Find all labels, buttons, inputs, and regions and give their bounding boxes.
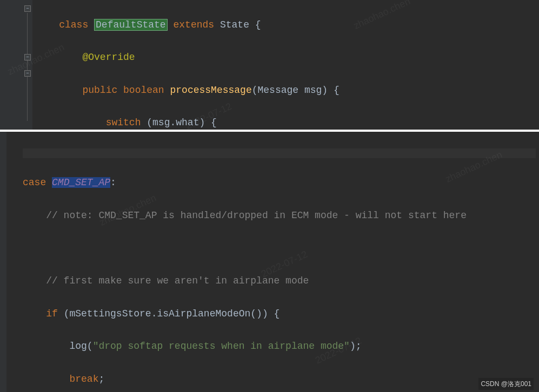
class-name-selected[interactable]: DefaultState [94,19,168,31]
type-name: State [220,19,249,30]
code: ); [350,341,362,352]
keyword: case [23,177,46,188]
code-area-bottom[interactable]: case CMD_SET_AP: // note: CMD_SET_AP is … [6,132,539,392]
params: (Message msg) { [252,85,340,96]
comment: // note: CMD_SET_AP is handled/dropped i… [46,210,467,221]
attribution-text: CSDN @洛克001 [478,378,534,390]
constant-selected[interactable]: CMD_SET_AP [52,177,110,188]
brace: { [249,19,261,30]
colon: : [110,177,116,188]
gutter-top: − − − [0,0,32,130]
fold-marker-icon[interactable]: − [24,70,31,77]
code-editor-top[interactable]: − − − class DefaultState extends State {… [0,0,539,130]
code-editor-bottom[interactable]: case CMD_SET_AP: // note: CMD_SET_AP is … [0,132,539,392]
fold-marker-icon[interactable]: − [24,5,31,12]
keyword: extends [173,19,214,30]
code: (mSettingsStore.isAirplaneModeOn()) { [58,308,280,319]
string-literal: "drop softap requests when in airplane m… [93,341,350,352]
code: log( [69,341,92,352]
code-area-top[interactable]: class DefaultState extends State { @Over… [32,0,539,130]
method-name: processMessage [170,85,251,96]
keyword: break [69,374,98,384]
annotation: @Override [82,52,135,63]
keyword: public [82,85,117,96]
keyword: boolean [123,85,164,96]
gutter-bottom [0,132,6,392]
keyword: if [46,308,58,319]
semi: ; [98,374,104,384]
fold-guideline [27,13,28,121]
fold-marker-icon[interactable]: − [24,54,31,60]
keyword: switch [106,117,141,128]
expr: (msg.what) { [141,117,216,128]
keyword: class [59,19,88,30]
comment: // first make sure we aren't in airplane… [46,275,309,286]
